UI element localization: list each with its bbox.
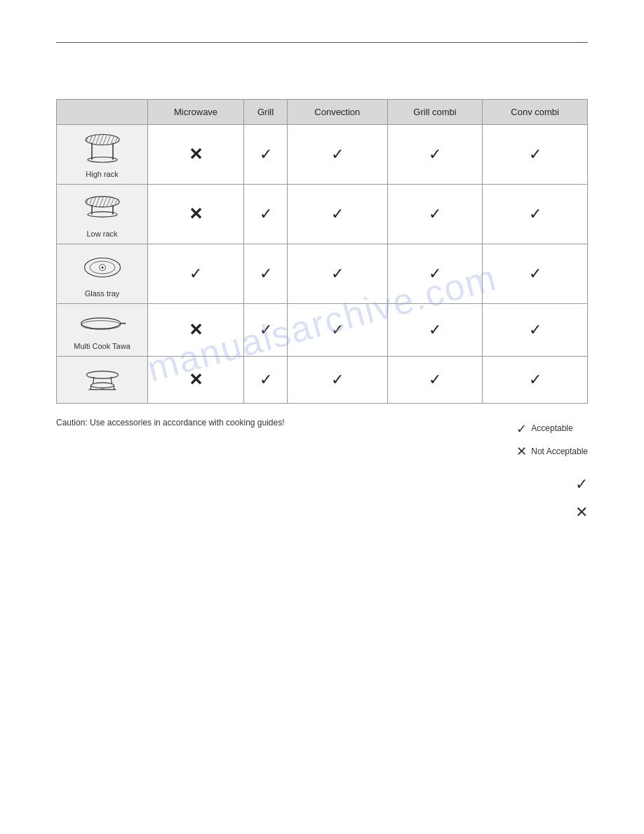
cell-low-rack-grill-combi: ✓: [387, 185, 483, 244]
cell-glass-tray-grill-combi: ✓: [387, 244, 483, 304]
svg-line-7: [102, 135, 107, 145]
not-acceptable-label: Not Acceptable: [531, 444, 588, 460]
legend-not-acceptable: ✕ Not Acceptable: [516, 440, 588, 463]
table-row: High rack ✕ ✓ ✓ ✓ ✓: [57, 125, 588, 185]
legend-extra: ✓ ✕: [575, 470, 588, 526]
svg-point-33: [81, 321, 120, 329]
cell-low-rack-conv-combi: ✓: [483, 185, 588, 244]
cell-glass-tray-grill: ✓: [244, 244, 288, 304]
svg-point-32: [81, 318, 120, 329]
cell-high-rack-convection: ✓: [287, 125, 387, 185]
cell-stand-grill-combi: ✓: [387, 357, 483, 404]
cell-glass-tray-conv-combi: ✓: [483, 244, 588, 304]
cell-multi-cook-tawa-grill: ✓: [244, 304, 288, 357]
cell-glass-tray-convection: ✓: [287, 244, 387, 304]
svg-point-31: [101, 267, 103, 269]
glass-tray-icon: [81, 250, 123, 285]
caution-text: Caution: Use accessories in accordance w…: [56, 418, 285, 428]
item-cell-multi-cook-tawa: Multi Cook Tawa: [57, 304, 148, 357]
top-line: [56, 42, 588, 43]
table-row: Multi Cook Tawa ✕ ✓ ✓ ✓ ✓: [57, 304, 588, 357]
svg-line-16: [86, 197, 89, 207]
cell-low-rack-microwave: ✕: [148, 185, 244, 244]
item-cell-low-rack: Low rack: [57, 185, 148, 244]
svg-line-19: [95, 197, 100, 207]
legend-acceptable: ✓ Acceptable: [516, 418, 588, 440]
cell-stand-conv-combi: ✓: [483, 357, 588, 404]
cell-glass-tray-microwave: ✓: [148, 244, 244, 304]
svg-line-18: [92, 197, 96, 207]
item-cell-stand: [57, 357, 148, 404]
multi-cook-tawa-icon: [78, 310, 127, 338]
svg-line-20: [99, 197, 103, 207]
col-header-conv-combi: Conv combi: [483, 100, 588, 125]
cell-stand-grill: ✓: [244, 357, 288, 404]
svg-line-22: [107, 197, 111, 207]
glass-tray-label: Glass tray: [85, 289, 120, 298]
table-row: ✕ ✓ ✓ ✓ ✓: [57, 357, 588, 404]
table-row: Low rack ✕ ✓ ✓ ✓ ✓: [57, 185, 588, 244]
low-rack-icon: [81, 190, 123, 225]
col-header-item: [57, 100, 148, 125]
high-rack-label: High rack: [86, 170, 118, 178]
cell-multi-cook-tawa-grill-combi: ✓: [387, 304, 483, 357]
legend-area: Caution: Use accessories in accordance w…: [56, 418, 588, 463]
check-icon-legend: ✓: [516, 418, 527, 440]
svg-point-35: [86, 371, 118, 379]
page-container: Microwave Grill Convection Grill combi C…: [0, 0, 644, 834]
svg-point-36: [90, 383, 114, 388]
svg-line-21: [102, 197, 107, 207]
svg-line-8: [107, 135, 111, 145]
svg-line-6: [99, 135, 103, 145]
col-header-microwave: Microwave: [148, 100, 244, 125]
cell-high-rack-grill: ✓: [244, 125, 288, 185]
cell-low-rack-grill: ✓: [244, 185, 288, 244]
extra-cross: ✕: [575, 498, 588, 527]
cell-high-rack-microwave: ✕: [148, 125, 244, 185]
item-cell-high-rack: High rack: [57, 125, 148, 185]
svg-line-2: [86, 135, 89, 145]
col-header-grill-combi: Grill combi: [387, 100, 483, 125]
cell-multi-cook-tawa-microwave: ✕: [148, 304, 244, 357]
svg-line-4: [92, 135, 96, 145]
cell-stand-convection: ✓: [287, 357, 387, 404]
stand-icon: [81, 362, 123, 397]
table-row: Glass tray ✓ ✓ ✓ ✓ ✓: [57, 244, 588, 304]
cell-multi-cook-tawa-conv-combi: ✓: [483, 304, 588, 357]
compatibility-table: Microwave Grill Convection Grill combi C…: [56, 99, 588, 404]
acceptable-label: Acceptable: [531, 421, 572, 437]
svg-line-5: [95, 135, 100, 145]
multi-cook-tawa-label: Multi Cook Tawa: [74, 342, 130, 350]
high-rack-icon: [81, 131, 123, 166]
cell-low-rack-convection: ✓: [287, 185, 387, 244]
cell-high-rack-conv-combi: ✓: [483, 125, 588, 185]
extra-check: ✓: [575, 470, 588, 498]
low-rack-label: Low rack: [86, 230, 117, 238]
legend-right: ✓ Acceptable ✕ Not Acceptable: [516, 418, 588, 463]
col-header-convection: Convection: [287, 100, 387, 125]
cell-stand-microwave: ✕: [148, 357, 244, 404]
cell-multi-cook-tawa-convection: ✓: [287, 304, 387, 357]
col-header-grill: Grill: [244, 100, 288, 125]
item-cell-glass-tray: Glass tray: [57, 244, 148, 304]
cross-icon-legend: ✕: [516, 440, 527, 463]
cell-high-rack-grill-combi: ✓: [387, 125, 483, 185]
